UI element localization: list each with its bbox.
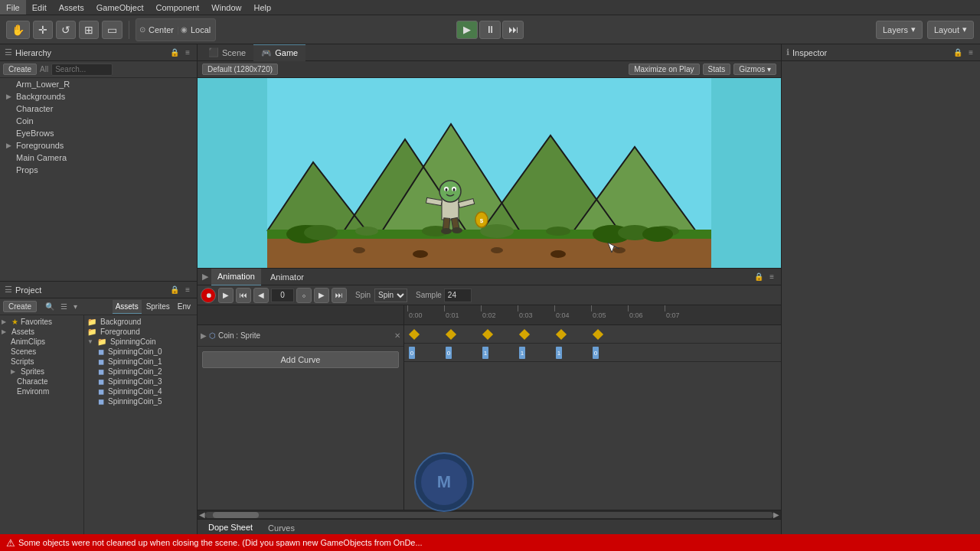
project-tree-scripts[interactable]: Scripts <box>0 357 83 367</box>
hierarchy-create-btn[interactable]: Create <box>3 64 37 75</box>
project-create-btn[interactable]: Create <box>3 301 37 312</box>
local-btn[interactable]: Local <box>189 21 212 39</box>
kf-diamond-1[interactable] <box>446 329 456 340</box>
nkf-3[interactable]: 1 <box>519 347 525 359</box>
move-tool-btn[interactable]: ✛ <box>33 21 53 39</box>
project-file-sc5[interactable]: ◼ SpinningCoin_5 <box>84 396 197 406</box>
project-tab-assets[interactable]: Assets <box>113 300 142 314</box>
scroll-left-btn[interactable]: ◀ <box>199 510 205 519</box>
scene-tab[interactable]: ⬛ Scene <box>201 44 253 61</box>
hierarchy-item-backgrounds[interactable]: ▶ Backgrounds <box>0 90 197 103</box>
project-file-sc4[interactable]: ◼ SpinningCoin_4 <box>84 386 197 396</box>
project-tree-environ[interactable]: Environm <box>0 386 83 396</box>
timeline-scrollbar[interactable]: ◀ ▶ <box>198 510 781 519</box>
project-tree-animclips[interactable]: AnimClips <box>0 337 83 347</box>
project-tree-assets[interactable]: ▶ ★ Favorites <box>0 317 83 327</box>
hierarchy-item-maincamera[interactable]: Main Camera <box>0 152 197 164</box>
play-button[interactable]: ▶ <box>456 21 478 39</box>
hierarchy-search-input[interactable] <box>51 64 113 76</box>
project-file-sc2[interactable]: ◼ SpinningCoin_2 <box>84 367 197 377</box>
project-options-btn[interactable]: ▾ <box>71 302 80 311</box>
nkf-0[interactable]: 0 <box>409 347 415 359</box>
spin-dropdown[interactable]: Spin <box>374 289 407 302</box>
hierarchy-item-props[interactable]: Props <box>0 164 197 176</box>
hierarchy-item-arm[interactable]: Arm_Lower_R <box>0 78 197 90</box>
project-lock-btn[interactable]: 🔒 <box>168 285 181 295</box>
hierarchy-item-eyebrows[interactable]: EyeBrows <box>0 127 197 139</box>
maximize-btn[interactable]: Maximize on Play <box>629 64 699 75</box>
gizmos-btn[interactable]: Gizmos ▾ <box>733 64 776 75</box>
menu-edit[interactable]: Edit <box>26 0 53 15</box>
game-tab[interactable]: 🎮 Game <box>253 44 305 61</box>
menu-file[interactable]: File <box>0 0 26 15</box>
anim-record-btn[interactable]: ⏺ <box>201 288 216 303</box>
project-file-sc1[interactable]: ◼ SpinningCoin_1 <box>84 357 197 367</box>
hand-tool-btn[interactable]: ✋ <box>6 21 30 39</box>
project-tree-scenes[interactable]: Scenes <box>0 347 83 357</box>
kf-diamond-0[interactable] <box>409 329 420 340</box>
scroll-thumb[interactable] <box>213 512 259 518</box>
animation-track-coin[interactable]: ▶ ⬡ Coin : Sprite ✕ <box>198 325 403 347</box>
project-search-btn[interactable]: 🔍 <box>43 302 57 311</box>
project-file-sc0[interactable]: ◼ SpinningCoin_0 <box>84 347 197 357</box>
anim-time-input[interactable] <box>271 289 294 302</box>
project-file-foreground[interactable]: 📁 Foreground <box>84 327 197 337</box>
stats-btn[interactable]: Stats <box>703 64 731 75</box>
track-close-btn[interactable]: ✕ <box>394 331 400 340</box>
anim-fwd-btn[interactable]: ▶ <box>314 288 329 303</box>
anim-prev-btn[interactable]: ⏮ <box>236 288 251 303</box>
kf-diamond-2[interactable] <box>482 329 493 340</box>
center-btn[interactable]: Center <box>147 21 175 39</box>
anim-next-btn[interactable]: ⏭ <box>332 288 347 303</box>
kf-diamond-4[interactable] <box>556 329 567 340</box>
step-button[interactable]: ⏭ <box>502 21 524 39</box>
project-file-sc3[interactable]: ◼ SpinningCoin_3 <box>84 377 197 386</box>
pause-button[interactable]: ⏸ <box>479 21 501 39</box>
nkf-2[interactable]: 1 <box>482 347 488 359</box>
kf-diamond-3[interactable] <box>519 329 530 340</box>
nkf-5[interactable]: 0 <box>593 347 599 359</box>
project-view-btn[interactable]: ☰ <box>58 302 70 311</box>
project-tree-sprites[interactable]: ▶ Sprites <box>0 367 83 377</box>
add-curve-area: Add Curve <box>202 351 399 368</box>
hierarchy-item-foregrounds[interactable]: ▶ Foregrounds <box>0 139 197 152</box>
anim-play-btn[interactable]: ▶ <box>218 288 234 303</box>
anim-add-key-btn[interactable]: ⬦ <box>296 288 312 303</box>
inspector-menu-btn[interactable]: ≡ <box>966 47 975 57</box>
rotate-tool-btn[interactable]: ↺ <box>56 21 76 39</box>
project-file-spinningcoin[interactable]: ▼ 📁 SpinningCoin <box>84 337 197 347</box>
add-curve-button[interactable]: Add Curve <box>202 351 399 368</box>
hierarchy-item-coin[interactable]: Coin <box>0 115 197 127</box>
project-tab-env[interactable]: Env <box>175 300 194 314</box>
project-tree-characters[interactable]: Characte <box>0 377 83 386</box>
project-tab-sprites[interactable]: Sprites <box>143 300 173 314</box>
menu-gameobject[interactable]: GameObject <box>90 0 150 15</box>
nkf-4[interactable]: 1 <box>556 347 562 359</box>
layout-dropdown[interactable]: Layout ▾ <box>927 21 974 39</box>
sample-input[interactable] <box>444 289 472 302</box>
animator-tab[interactable]: Animator <box>264 269 310 285</box>
resolution-btn[interactable]: Default (980x551) <box>202 64 278 75</box>
menu-help[interactable]: Help <box>247 0 277 15</box>
inspector-lock-btn[interactable]: 🔒 <box>951 47 965 57</box>
project-tree-assets-root[interactable]: ▶ Assets <box>0 327 83 337</box>
animation-track-header <box>198 305 403 325</box>
kf-diamond-5[interactable] <box>593 329 603 340</box>
layers-dropdown[interactable]: Layers ▾ <box>876 21 923 39</box>
anim-lock-btn[interactable]: 🔒 <box>752 272 766 282</box>
nkf-1[interactable]: 0 <box>446 347 452 359</box>
anim-rew-btn[interactable]: ◀ <box>253 288 269 303</box>
project-menu-btn[interactable]: ≡ <box>183 285 192 295</box>
animation-tab[interactable]: Animation <box>211 269 261 285</box>
menu-assets[interactable]: Assets <box>53 0 90 15</box>
hierarchy-item-character[interactable]: Character <box>0 103 197 115</box>
rect-tool-btn[interactable]: ▭ <box>102 21 122 39</box>
hierarchy-menu-btn[interactable]: ≡ <box>183 47 192 57</box>
scale-tool-btn[interactable]: ⊞ <box>79 21 99 39</box>
menu-window[interactable]: Window <box>205 0 247 15</box>
menu-component[interactable]: Component <box>149 0 205 15</box>
project-file-background[interactable]: 📁 Background <box>84 317 197 327</box>
scroll-right-btn[interactable]: ▶ <box>773 510 779 519</box>
anim-menu-btn[interactable]: ≡ <box>767 272 776 282</box>
hierarchy-lock-btn[interactable]: 🔒 <box>168 47 181 57</box>
